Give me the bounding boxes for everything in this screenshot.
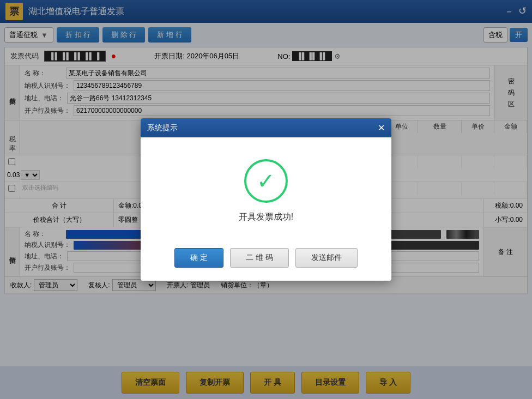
system-prompt-modal: 系统提示 ✕ ✓ 开具发票成功! 确 定 二 维 码 发送邮件 [141,118,391,281]
send-email-button[interactable]: 发送邮件 [295,248,358,268]
qr-code-button[interactable]: 二 维 码 [230,248,289,268]
success-message: 开具发票成功! [239,211,293,223]
modal-body: ✓ 开具发票成功! [141,137,391,239]
modal-header: 系统提示 ✕ [141,118,391,137]
modal-close-button[interactable]: ✕ [378,123,385,133]
modal-footer: 确 定 二 维 码 发送邮件 [141,239,391,281]
confirm-button[interactable]: 确 定 [174,248,223,268]
modal-title: 系统提示 [147,123,178,133]
modal-overlay: 系统提示 ✕ ✓ 开具发票成功! 确 定 二 维 码 发送邮件 [0,0,532,399]
checkmark-icon: ✓ [257,168,275,194]
success-icon: ✓ [244,159,288,203]
